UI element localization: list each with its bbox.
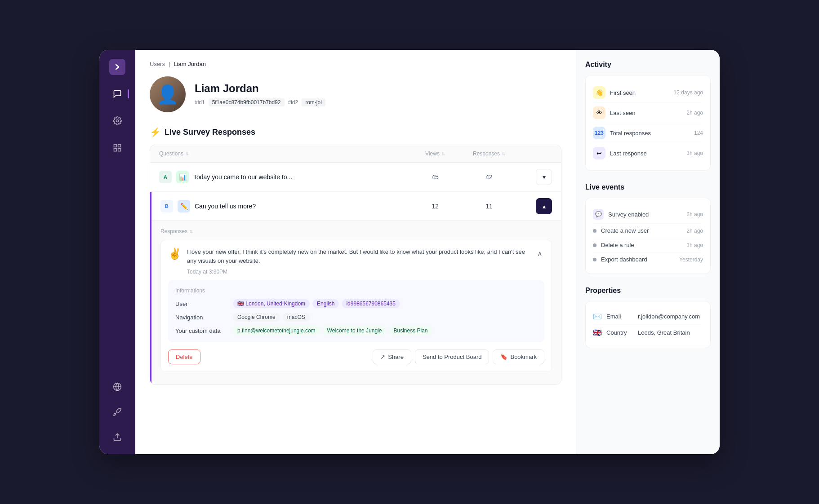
delete-rule-label: Delete a rule [601,242,634,248]
last-response-label: Last response [610,150,647,157]
icon-b: ✏️ [178,200,190,212]
live-events-title: Live events [585,183,711,191]
last-response-icon: ↩ [593,147,605,159]
custom-company-tag: Welcome to the Jungle [323,326,387,335]
event-survey-enabled: 💬 Survey enabled 2h ago [593,205,703,224]
sidebar-icon-chat[interactable] [109,86,125,102]
badge-b: B [160,200,173,212]
total-responses-label: Total responses [610,130,651,137]
event-delete-rule: Delete a rule 3h ago [593,238,703,252]
last-seen-label: Last seen [610,110,635,116]
info-title: Informations [175,287,537,294]
country-icon: 🇬🇧 [593,328,602,337]
country-label: Country [606,329,633,336]
info-custom-tags: p.finn@welcometothejungle.com Welcome to… [233,326,432,335]
badge-a: A [159,171,172,183]
sort-questions-icon[interactable]: ⇅ [185,151,189,156]
expanded-content: Responses ⇅ ✌️ I love your new offer, I … [151,221,561,385]
activity-title: Activity [585,61,711,69]
info-row-custom: Your custom data p.finn@welcometothejung… [175,326,537,335]
first-seen-time: 12 days ago [674,89,703,96]
activity-section: Activity 👋 First seen 12 days ago 👁 Last… [585,61,711,171]
last-response-time: 3h ago [686,150,703,156]
activity-item-total-responses: 123 Total responses 124 [593,123,703,143]
col-views: Views ⇅ [408,150,462,157]
sidebar-icon-grid[interactable] [109,140,125,156]
nav-os-tag: macOS [283,313,310,322]
row-a-views: 45 [408,173,462,181]
sidebar-icon-globe[interactable] [109,379,125,395]
send-to-product-board-button[interactable]: Send to Product Board [415,349,490,364]
expand-a-button[interactable]: ▾ [536,169,552,185]
response-time: Today at 3:30PM [187,269,535,275]
info-section: Informations User 🇬🇧 London, United-King… [168,280,544,342]
activity-item-last-seen: 👁 Last seen 2h ago [593,103,703,123]
expand-b-button[interactable]: ▴ [536,198,552,214]
share-button[interactable]: ↗ Share [373,349,411,364]
question-b-text: Can you tell us more? [195,203,256,210]
info-user-tags: 🇬🇧 London, United-Kingdom English id9986… [233,299,400,308]
info-row-user: User 🇬🇧 London, United-Kingdom English i… [175,299,537,308]
icon-a: 📊 [176,171,189,183]
activity-item-last-response: ↩ Last response 3h ago [593,143,703,163]
svg-rect-1 [114,145,117,147]
sidebar-logo[interactable] [109,59,125,75]
email-label: Email [606,313,633,320]
svg-rect-2 [118,145,121,147]
prop-email: ✉️ Email r.jolidon@company.com [593,309,703,325]
user-name: Liam Jordan [195,82,325,95]
custom-email-tag: p.finn@welcometothejungle.com [233,326,320,335]
survey-enabled-icon: 💬 [593,209,604,220]
avatar-image [150,76,186,112]
question-a-text: Today you came to our website to... [193,173,292,181]
row-a-question: A 📊 Today you came to our website to... [159,171,408,183]
breadcrumb-users-link[interactable]: Users [150,61,165,67]
user-tags: #id1 5f1ae0c874b9fb0017b7bd92 #id2 rom-j… [195,98,325,106]
properties-section: Properties ✉️ Email r.jolidon@company.co… [585,287,711,348]
survey-enabled-label: Survey enabled [608,211,649,218]
export-dot [593,258,596,261]
create-user-dot [593,229,596,233]
delete-rule-time: 3h ago [686,242,703,248]
delete-rule-dot [593,243,596,247]
row-b-expanded: Responses ⇅ ✌️ I love your new offer, I … [151,221,561,385]
breadcrumb: Users | Liam Jordan [150,61,561,67]
user-id-tag: id998656790865435 [342,299,400,308]
properties-title: Properties [585,287,711,295]
section-title-text: Live Survey Responses [165,128,255,137]
sort-views-icon[interactable]: ⇅ [441,151,445,156]
main-content: Users | Liam Jordan Liam Jordan #id1 5f1… [135,50,576,454]
sort-responses-header-icon[interactable]: ⇅ [189,229,193,234]
action-buttons: Delete ↗ Share Send to Product Board 🔖 [168,349,544,364]
create-user-time: 2h ago [686,228,703,234]
response-text: I love your new offer, I think it's comp… [187,248,535,265]
nav-browser-tag: Google Chrome [233,313,280,322]
country-value: Leeds, Great Britain [638,329,690,336]
section-title: ⚡ Live Survey Responses [150,127,561,137]
response-emoji: ✌️ [168,248,182,275]
sidebar-icon-export[interactable] [109,429,125,445]
row-b-question: B ✏️ Can you tell us more? [160,200,408,212]
prop-country: 🇬🇧 Country Leeds, Great Britain [593,325,703,340]
sort-responses-icon[interactable]: ⇅ [502,151,505,156]
live-events-section: Live events 💬 Survey enabled 2h ago Crea… [585,183,711,274]
share-icon: ↗ [380,354,385,360]
sidebar-icon-settings[interactable] [109,113,125,129]
survey-table: Questions ⇅ Views ⇅ Responses ⇅ A [150,145,561,385]
row-b-main: B ✏️ Can you tell us more? 12 11 ▴ [151,192,561,221]
activity-item-first-seen: 👋 First seen 12 days ago [593,83,703,103]
sidebar-bottom [109,379,125,445]
sidebar-icon-rocket[interactable] [109,404,125,420]
user-id1-label: #id1 [195,99,205,106]
bookmark-button[interactable]: 🔖 Bookmark [493,349,544,364]
collapse-button[interactable]: ∧ [535,248,544,260]
breadcrumb-separator: | [169,61,170,67]
export-time: Yesterday [679,256,703,263]
col-questions: Questions ⇅ [159,150,408,157]
delete-button[interactable]: Delete [168,349,200,364]
svg-rect-4 [114,149,117,151]
user-id2-label: #id2 [288,99,298,106]
svg-rect-3 [118,149,121,151]
info-user-label: User [175,301,229,307]
row-a-responses: 42 [462,173,516,181]
